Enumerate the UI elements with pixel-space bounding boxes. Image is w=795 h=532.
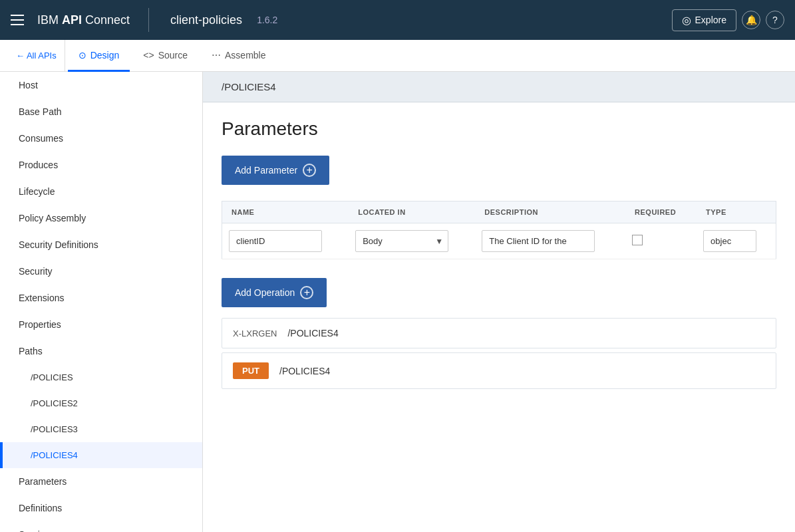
- sidebar-item-definitions[interactable]: Definitions: [0, 495, 202, 521]
- param-desc-input[interactable]: [482, 230, 595, 252]
- main-layout: Host Base Path Consumes Produces Lifecyc…: [0, 72, 795, 532]
- param-name-cell: [222, 223, 349, 259]
- sidebar-item-label: Extensions: [19, 293, 64, 303]
- sidebar-item-label: Lifecycle: [19, 186, 55, 197]
- sidebar-item-label: /POLICIES3: [31, 424, 78, 434]
- plus-icon-op: +: [300, 286, 313, 299]
- operation-path-xlxrgen: /POLICIES4: [287, 328, 338, 338]
- table-header-row: NAME LOCATED IN DESCRIPTION REQUIRED TYP…: [222, 201, 776, 223]
- sidebar-item-base-path[interactable]: Base Path: [0, 98, 202, 125]
- sidebar-item-policy-assembly[interactable]: Policy Assembly: [0, 205, 202, 231]
- sidebar-item-policies2[interactable]: /POLICIES2: [0, 390, 202, 416]
- sidebar-item-label: Properties: [19, 319, 61, 330]
- path-header: /POLICIES4: [203, 72, 795, 102]
- explore-button[interactable]: ◎ Explore: [672, 9, 736, 31]
- sidebar-item-label: Parameters: [19, 476, 67, 487]
- explore-label: Explore: [695, 15, 726, 25]
- sidebar-item-host[interactable]: Host: [0, 72, 202, 98]
- back-label: ← All APIs: [16, 51, 57, 61]
- bell-icon: 🔔: [746, 15, 757, 25]
- sidebar-item-lifecycle[interactable]: Lifecycle: [0, 178, 202, 205]
- col-desc-header: DESCRIPTION: [475, 201, 625, 223]
- param-required-cell: [625, 223, 697, 259]
- sidebar-item-label: Host: [19, 80, 38, 90]
- help-icon-button[interactable]: ?: [766, 11, 784, 29]
- sidebar-item-label: /POLICIES4: [31, 450, 78, 460]
- nav-right-actions: ◎ Explore 🔔 ?: [672, 9, 784, 31]
- sub-navigation: ← All APIs ⊙ Design <> Source ⋯ Assemble: [0, 40, 795, 72]
- app-title: IBM API Connect: [37, 13, 130, 27]
- sidebar-item-security-definitions[interactable]: Security Definitions: [0, 231, 202, 258]
- operation-path-put: /POLICIES4: [279, 366, 330, 376]
- tab-design[interactable]: ⊙ Design: [68, 41, 130, 72]
- operation-row-xlxrgen[interactable]: X-LXRGEN /POLICIES4: [222, 318, 776, 348]
- sidebar-item-paths[interactable]: Paths: [0, 338, 202, 364]
- sidebar-item-parameters[interactable]: Parameters: [0, 468, 202, 495]
- tab-assemble[interactable]: ⋯ Assemble: [201, 41, 276, 72]
- api-name: client-policies: [170, 13, 242, 27]
- sidebar-item-label: Base Path: [19, 106, 62, 117]
- sidebar-item-produces[interactable]: Produces: [0, 152, 202, 178]
- sidebar-item-label: Policy Assembly: [19, 213, 86, 223]
- sidebar-item-security[interactable]: Security: [0, 258, 202, 285]
- sidebar-item-label: /POLICIES: [31, 372, 73, 382]
- sidebar-item-label: Definitions: [19, 503, 62, 513]
- tab-source-label: Source: [158, 50, 188, 61]
- sidebar-item-consumes[interactable]: Consumes: [0, 125, 202, 152]
- method-badge-put: PUT: [233, 362, 269, 379]
- add-operation-label: Add Operation: [235, 287, 295, 298]
- col-required-header: REQUIRED: [625, 201, 697, 223]
- col-name-header: NAME: [222, 201, 349, 223]
- param-desc-cell: [475, 223, 625, 259]
- tab-source[interactable]: <> Source: [132, 41, 198, 72]
- sidebar-item-services[interactable]: Services: [0, 521, 202, 532]
- param-located-cell: Body Query Header Path FormData ▼: [349, 223, 475, 259]
- sidebar-item-label: Security: [19, 266, 53, 277]
- source-icon: <>: [143, 50, 154, 61]
- add-operation-button[interactable]: Add Operation +: [222, 278, 327, 307]
- app-name-prefix: IBM: [37, 13, 62, 27]
- assemble-icon: ⋯: [212, 50, 221, 61]
- sidebar-item-properties[interactable]: Properties: [0, 311, 202, 338]
- sidebar-item-extensions[interactable]: Extensions: [0, 285, 202, 311]
- back-to-all-apis-link[interactable]: ← All APIs: [8, 40, 65, 71]
- sidebar: Host Base Path Consumes Produces Lifecyc…: [0, 72, 203, 532]
- param-type-cell: [697, 223, 776, 259]
- sidebar-item-policies3[interactable]: /POLICIES3: [0, 416, 202, 442]
- param-located-select[interactable]: Body Query Header Path FormData: [355, 230, 448, 252]
- hamburger-menu-button[interactable]: [11, 12, 27, 28]
- nav-divider: [148, 8, 149, 32]
- design-icon: ⊙: [79, 50, 86, 61]
- tab-assemble-label: Assemble: [225, 50, 265, 61]
- tab-design-label: Design: [90, 50, 120, 61]
- sidebar-item-policies4[interactable]: /POLICIES4: [0, 442, 202, 468]
- bell-icon-button[interactable]: 🔔: [742, 11, 760, 29]
- explore-icon: ◎: [682, 14, 691, 27]
- sidebar-item-policies1[interactable]: /POLICIES: [0, 364, 202, 390]
- top-navigation: IBM API Connect client-policies 1.6.2 ◎ …: [0, 0, 795, 40]
- sidebar-item-label: /POLICIES2: [31, 398, 78, 408]
- param-type-input[interactable]: [703, 230, 756, 252]
- plus-icon: +: [303, 164, 316, 177]
- table-row: Body Query Header Path FormData ▼: [222, 223, 776, 259]
- add-parameter-button[interactable]: Add Parameter +: [222, 156, 329, 185]
- method-badge-xlxrgen: X-LXRGEN: [233, 329, 277, 338]
- app-name-suffix: Connect: [82, 13, 130, 27]
- param-name-input[interactable]: [229, 230, 322, 252]
- sidebar-item-label: Paths: [19, 346, 43, 356]
- main-content: /POLICIES4 Parameters Add Parameter + NA…: [203, 72, 795, 532]
- col-located-header: LOCATED IN: [349, 201, 475, 223]
- section-title: Parameters: [222, 118, 776, 140]
- content-inner: Parameters Add Parameter + NAME LOCATED …: [203, 102, 795, 409]
- param-required-checkbox[interactable]: [632, 235, 643, 245]
- operation-row-put[interactable]: PUT /POLICIES4: [222, 352, 776, 389]
- sidebar-item-label: Produces: [19, 160, 58, 170]
- sidebar-item-label: Services: [19, 529, 55, 532]
- parameters-table: NAME LOCATED IN DESCRIPTION REQUIRED TYP…: [222, 201, 776, 259]
- col-type-header: TYPE: [697, 201, 776, 223]
- help-icon: ?: [772, 15, 778, 25]
- app-name-bold: API: [62, 13, 82, 27]
- add-parameter-label: Add Parameter: [235, 165, 297, 176]
- sidebar-item-label: Security Definitions: [19, 239, 98, 250]
- sidebar-item-label: Consumes: [19, 133, 63, 144]
